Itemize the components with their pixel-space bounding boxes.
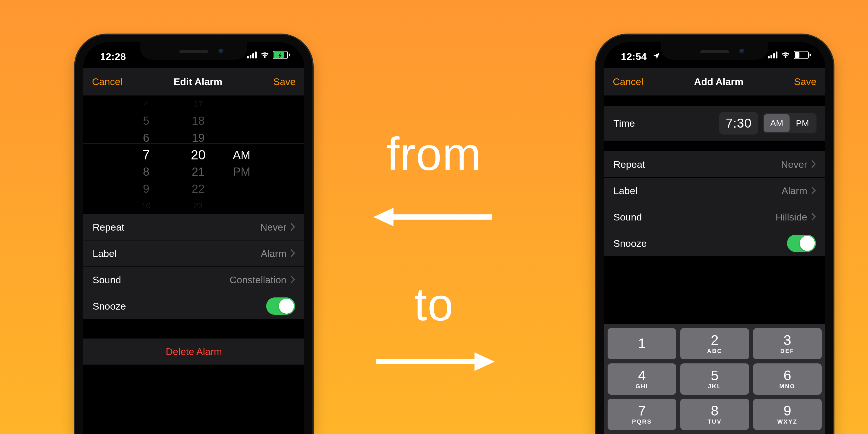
nav-bar: Cancel Add Alarm Save <box>604 68 825 96</box>
hour-wheel[interactable]: 4 5 6 7 8 9 10 <box>129 95 163 214</box>
cell-value: Alarm <box>781 185 807 196</box>
cancel-button[interactable]: Cancel <box>92 76 123 87</box>
chevron-right-icon <box>290 248 295 259</box>
chevron-right-icon <box>290 222 295 233</box>
notch <box>140 42 247 60</box>
ampm-pm[interactable]: PM <box>789 114 815 132</box>
cell-value: Constellation <box>229 274 286 286</box>
battery-icon <box>794 51 811 59</box>
status-time: 12:54 <box>621 51 647 62</box>
numeric-keypad: 1 2ABC 3DEF 4GHI 5JKL 6MNO 7PQRS 8TUV 9W… <box>604 324 825 434</box>
svg-marker-3 <box>474 352 495 371</box>
repeat-cell[interactable]: Repeat Never <box>604 151 825 178</box>
comparison-graphic: from to 12:28 <box>0 0 868 434</box>
status-indicators <box>768 51 811 59</box>
keypad-key-1[interactable]: 1 <box>608 328 676 359</box>
phone-new-ui: 12:54 Cancel Add Alarm Save <box>596 35 833 434</box>
content: 4 5 6 7 8 9 10 17 18 19 20 <box>83 95 304 434</box>
arrow-right-icon <box>373 350 495 373</box>
cancel-button[interactable]: Cancel <box>613 76 644 87</box>
keypad-key-9[interactable]: 9WXYZ <box>753 399 822 430</box>
keypad-key-3[interactable]: 3DEF <box>753 328 822 359</box>
nav-bar: Cancel Edit Alarm Save <box>83 68 304 96</box>
picker-row[interactable]: 17 <box>193 95 203 113</box>
picker-row[interactable]: 22 <box>192 180 205 197</box>
snooze-cell: Snooze <box>83 293 304 319</box>
picker-row[interactable]: 18 <box>192 113 205 130</box>
repeat-cell[interactable]: Repeat Never <box>83 214 304 241</box>
label-cell[interactable]: Label Alarm <box>604 178 825 204</box>
chevron-right-icon <box>811 212 816 223</box>
snooze-toggle[interactable] <box>787 235 816 252</box>
phone-old-ui: 12:28 Cancel Edit Alarm Save <box>75 35 312 434</box>
battery-charging-icon <box>273 51 290 59</box>
settings-list: Repeat Never Label Alarm <box>604 151 825 257</box>
keypad-key-5[interactable]: 5JKL <box>680 363 749 395</box>
cell-value: Alarm <box>261 248 286 259</box>
ampm-wheel[interactable]: . . . AM PM . . <box>233 95 259 214</box>
cell-label: Snooze <box>93 301 126 312</box>
picker-row[interactable]: 21 <box>192 163 205 180</box>
label-cell[interactable]: Label Alarm <box>83 241 304 267</box>
snooze-toggle[interactable] <box>266 298 295 315</box>
svg-marker-1 <box>373 208 394 226</box>
picker-row[interactable]: 8 <box>143 163 149 180</box>
sound-cell[interactable]: Sound Constellation <box>83 267 304 293</box>
wifi-icon <box>260 52 269 58</box>
cell-label: Sound <box>613 212 642 223</box>
status-indicators <box>247 51 290 59</box>
time-wheel-picker[interactable]: 4 5 6 7 8 9 10 17 18 19 20 <box>83 95 304 214</box>
cell-value: Hillside <box>775 212 807 223</box>
cell-value: Never <box>260 222 286 233</box>
picker-row[interactable]: 5 <box>143 113 149 130</box>
screen: 12:28 Cancel Edit Alarm Save <box>83 42 304 434</box>
picker-row[interactable]: 4 <box>144 95 148 113</box>
chevron-right-icon <box>811 159 816 170</box>
settings-list: Repeat Never Label Alarm <box>83 214 304 319</box>
cell-label: Repeat <box>93 222 124 233</box>
time-input[interactable]: 7:30 <box>719 112 758 134</box>
cell-label: Label <box>613 185 638 196</box>
picker-row[interactable]: 9 <box>143 180 149 197</box>
sound-cell[interactable]: Sound Hillside <box>604 204 825 230</box>
location-icon <box>653 52 660 60</box>
keypad-key-6[interactable]: 6MNO <box>753 363 822 395</box>
cell-label: Label <box>93 248 117 259</box>
picker-row-selected[interactable]: 20 <box>191 146 206 163</box>
cellular-signal-icon <box>247 52 257 58</box>
nav-title: Edit Alarm <box>174 76 222 87</box>
status-time: 12:28 <box>100 51 126 62</box>
ampm-am[interactable]: AM <box>764 114 789 132</box>
time-row: Time 7:30 AM PM <box>604 106 825 141</box>
snooze-cell: Snooze <box>604 230 825 257</box>
keypad-key-7[interactable]: 7PQRS <box>608 399 676 430</box>
save-button[interactable]: Save <box>273 76 296 87</box>
annotation-from: from <box>386 127 482 181</box>
picker-row[interactable]: 23 <box>193 197 203 214</box>
keypad-key-4[interactable]: 4GHI <box>608 363 676 395</box>
cell-value: Never <box>781 159 807 170</box>
nav-title: Add Alarm <box>694 76 744 87</box>
save-button[interactable]: Save <box>794 76 817 87</box>
cell-label: Sound <box>93 274 121 286</box>
cell-label: Snooze <box>613 238 647 249</box>
notch <box>661 42 768 60</box>
delete-alarm-button[interactable]: Delete Alarm <box>83 339 304 365</box>
wifi-icon <box>781 52 790 58</box>
picker-row[interactable]: 6 <box>143 129 149 146</box>
picker-row-selected[interactable]: AM <box>233 146 250 163</box>
keypad-key-8[interactable]: 8TUV <box>680 399 749 430</box>
chevron-right-icon <box>290 274 295 286</box>
content: Time 7:30 AM PM Repeat Never <box>604 95 825 434</box>
chevron-right-icon <box>811 185 816 196</box>
minute-wheel[interactable]: 17 18 19 20 21 22 23 <box>181 95 216 214</box>
arrow-left-icon <box>373 206 495 228</box>
ampm-segmented-control[interactable]: AM PM <box>763 113 816 133</box>
time-label: Time <box>613 118 635 129</box>
keypad-key-2[interactable]: 2ABC <box>680 328 749 359</box>
picker-row[interactable]: 10 <box>142 197 151 214</box>
picker-row[interactable]: 19 <box>192 129 205 146</box>
picker-row[interactable]: PM <box>233 163 250 180</box>
annotation-to: to <box>414 278 454 331</box>
picker-row-selected[interactable]: 7 <box>142 146 150 163</box>
